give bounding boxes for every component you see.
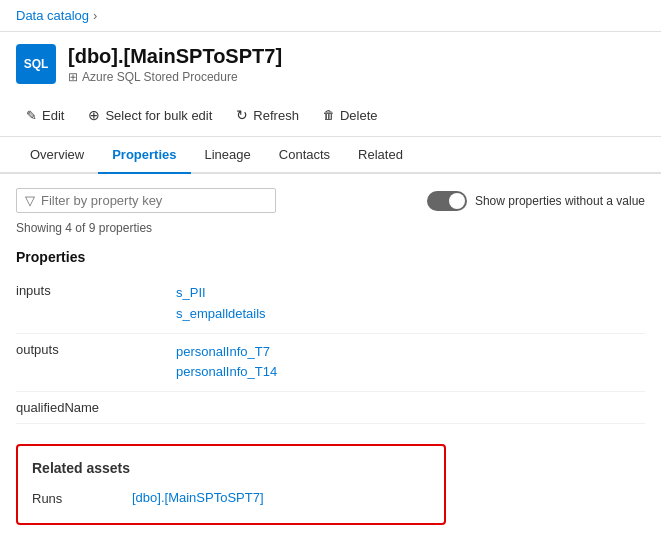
showing-count: Showing 4 of 9 properties: [16, 221, 645, 235]
prop-link-personalinfo-t14[interactable]: personalInfo_T14: [176, 362, 645, 383]
prop-key-outputs: outputs: [16, 342, 176, 357]
toggle-row: Show properties without a value: [427, 191, 645, 211]
refresh-label: Refresh: [253, 108, 299, 123]
prop-link-s-pii[interactable]: s_PII: [176, 283, 645, 304]
bulk-edit-button[interactable]: ⊕ Select for bulk edit: [78, 102, 222, 128]
filter-input-wrap: ▽: [16, 188, 276, 213]
related-assets-title: Related assets: [32, 460, 430, 476]
plus-circle-icon: ⊕: [88, 107, 100, 123]
prop-key-inputs: inputs: [16, 283, 176, 298]
subtitle-text: Azure SQL Stored Procedure: [82, 70, 238, 84]
breadcrumb-link[interactable]: Data catalog: [16, 8, 89, 23]
edit-label: Edit: [42, 108, 64, 123]
filter-row: ▽ Show properties without a value: [16, 188, 645, 213]
related-key-runs: Runs: [32, 491, 132, 506]
toggle-label: Show properties without a value: [475, 194, 645, 208]
breadcrumb: Data catalog ›: [0, 0, 661, 32]
content-area: ▽ Show properties without a value Showin…: [0, 174, 661, 539]
related-assets-box: Related assets Runs [dbo].[MainSPToSPT7]: [16, 444, 446, 525]
table-row: inputs s_PII s_empalldetails: [16, 275, 645, 334]
prop-value-inputs: s_PII s_empalldetails: [176, 283, 645, 325]
show-empty-toggle[interactable]: [427, 191, 467, 211]
toggle-knob: [449, 193, 465, 209]
prop-link-s-empalldetails[interactable]: s_empalldetails: [176, 304, 645, 325]
prop-value-outputs: personalInfo_T7 personalInfo_T14: [176, 342, 645, 384]
properties-section-title: Properties: [16, 249, 645, 265]
properties-table: inputs s_PII s_empalldetails outputs per…: [16, 275, 645, 424]
table-row: outputs personalInfo_T7 personalInfo_T14: [16, 334, 645, 393]
tab-properties[interactable]: Properties: [98, 137, 190, 174]
refresh-icon: ↻: [236, 107, 248, 123]
related-row-runs: Runs [dbo].[MainSPToSPT7]: [32, 488, 430, 509]
prop-key-qualifiedname: qualifiedName: [16, 400, 176, 415]
table-row: qualifiedName: [16, 392, 645, 424]
pencil-icon: [26, 108, 37, 123]
delete-label: Delete: [340, 108, 378, 123]
related-link-mainsptospt7[interactable]: [dbo].[MainSPToSPT7]: [132, 488, 264, 509]
asset-header: SQL [dbo].[MainSPToSPT7] ⊞ Azure SQL Sto…: [0, 32, 661, 94]
filter-input[interactable]: [41, 193, 267, 208]
asset-title: [dbo].[MainSPToSPT7]: [68, 45, 282, 68]
asset-icon-text: SQL: [24, 57, 49, 71]
asset-icon: SQL: [16, 44, 56, 84]
subtitle-icon: ⊞: [68, 70, 78, 84]
tabs-bar: Overview Properties Lineage Contacts Rel…: [0, 137, 661, 174]
edit-button[interactable]: Edit: [16, 103, 74, 128]
tab-related[interactable]: Related: [344, 137, 417, 174]
tab-contacts[interactable]: Contacts: [265, 137, 344, 174]
toolbar: Edit ⊕ Select for bulk edit ↻ Refresh 🗑 …: [0, 94, 661, 137]
tab-lineage[interactable]: Lineage: [191, 137, 265, 174]
breadcrumb-separator: ›: [93, 8, 97, 23]
prop-link-personalinfo-t7[interactable]: personalInfo_T7: [176, 342, 645, 363]
related-value-runs: [dbo].[MainSPToSPT7]: [132, 488, 264, 509]
asset-title-block: [dbo].[MainSPToSPT7] ⊞ Azure SQL Stored …: [68, 45, 282, 84]
trash-icon: 🗑: [323, 108, 335, 122]
refresh-button[interactable]: ↻ Refresh: [226, 102, 309, 128]
tab-overview[interactable]: Overview: [16, 137, 98, 174]
filter-icon: ▽: [25, 193, 35, 208]
delete-button[interactable]: 🗑 Delete: [313, 103, 388, 128]
bulk-edit-label: Select for bulk edit: [105, 108, 212, 123]
asset-subtitle: ⊞ Azure SQL Stored Procedure: [68, 70, 282, 84]
